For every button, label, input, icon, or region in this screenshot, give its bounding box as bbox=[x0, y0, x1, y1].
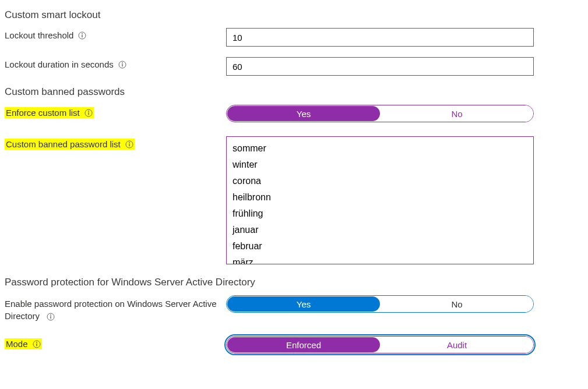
windows-ad-enable-toggle[interactable]: Yes No bbox=[226, 295, 534, 313]
row-lockout-duration: Lockout duration in seconds bbox=[5, 57, 583, 76]
label-enable-windows-ad: Enable password protection on Windows Se… bbox=[5, 295, 226, 322]
svg-point-13 bbox=[50, 314, 51, 316]
svg-rect-5 bbox=[122, 63, 122, 66]
banned-password-list-textarea[interactable] bbox=[226, 136, 534, 264]
highlight-list-label: Custom banned password list bbox=[5, 139, 135, 150]
svg-rect-8 bbox=[88, 112, 89, 115]
info-icon[interactable] bbox=[47, 313, 55, 321]
info-icon[interactable] bbox=[78, 31, 86, 40]
info-icon[interactable] bbox=[33, 340, 41, 348]
windows-ad-enable-yes[interactable]: Yes bbox=[227, 296, 380, 312]
row-enable-windows-ad: Enable password protection on Windows Se… bbox=[5, 295, 583, 322]
enforce-toggle[interactable]: Yes No bbox=[226, 105, 534, 122]
enforce-toggle-no[interactable]: No bbox=[381, 105, 533, 122]
label-text-mode: Mode bbox=[6, 339, 28, 349]
info-icon[interactable] bbox=[84, 109, 93, 117]
svg-rect-14 bbox=[50, 316, 51, 319]
svg-point-10 bbox=[129, 142, 130, 143]
svg-rect-11 bbox=[129, 143, 129, 146]
label-text-lockout-duration: Lockout duration in seconds bbox=[5, 59, 114, 69]
label-text-enforce-custom-list: Enforce custom list bbox=[6, 108, 80, 118]
section-header-windows-ad: Password protection for Windows Server A… bbox=[5, 277, 583, 288]
highlight-enforce-label: Enforce custom list bbox=[5, 107, 94, 118]
label-enforce-custom-list: Enforce custom list bbox=[5, 105, 226, 118]
svg-point-7 bbox=[88, 111, 89, 112]
label-text-enable-windows-ad: Enable password protection on Windows Se… bbox=[5, 299, 217, 321]
row-enforce-custom-list: Enforce custom list Yes No bbox=[5, 105, 583, 122]
svg-point-16 bbox=[36, 342, 37, 343]
highlight-mode-label: Mode bbox=[5, 338, 42, 349]
label-lockout-duration: Lockout duration in seconds bbox=[5, 57, 226, 69]
label-banned-password-list: Custom banned password list bbox=[5, 136, 226, 150]
svg-point-4 bbox=[122, 62, 123, 63]
info-icon[interactable] bbox=[118, 61, 126, 69]
mode-toggle-audit[interactable]: Audit bbox=[381, 337, 533, 353]
lockout-duration-input[interactable] bbox=[226, 57, 534, 76]
label-text-lockout-threshold: Lockout threshold bbox=[5, 30, 73, 40]
mode-toggle[interactable]: Enforced Audit bbox=[226, 336, 534, 353]
svg-point-1 bbox=[82, 33, 83, 34]
info-icon[interactable] bbox=[125, 140, 133, 148]
svg-rect-2 bbox=[82, 34, 83, 37]
row-banned-password-list: Custom banned password list bbox=[5, 136, 583, 266]
row-mode: Mode Enforced Audit bbox=[5, 336, 583, 353]
svg-rect-17 bbox=[36, 343, 37, 346]
label-mode: Mode bbox=[5, 336, 226, 349]
lockout-threshold-input[interactable] bbox=[226, 28, 534, 47]
section-header-smart-lockout: Custom smart lockout bbox=[5, 9, 583, 21]
mode-toggle-enforced[interactable]: Enforced bbox=[227, 337, 380, 352]
windows-ad-enable-no[interactable]: No bbox=[381, 296, 533, 312]
label-lockout-threshold: Lockout threshold bbox=[5, 28, 226, 40]
section-header-banned-passwords: Custom banned passwords bbox=[5, 86, 583, 98]
label-text-banned-password-list: Custom banned password list bbox=[6, 139, 121, 149]
row-lockout-threshold: Lockout threshold bbox=[5, 28, 583, 47]
enforce-toggle-yes[interactable]: Yes bbox=[227, 106, 380, 121]
